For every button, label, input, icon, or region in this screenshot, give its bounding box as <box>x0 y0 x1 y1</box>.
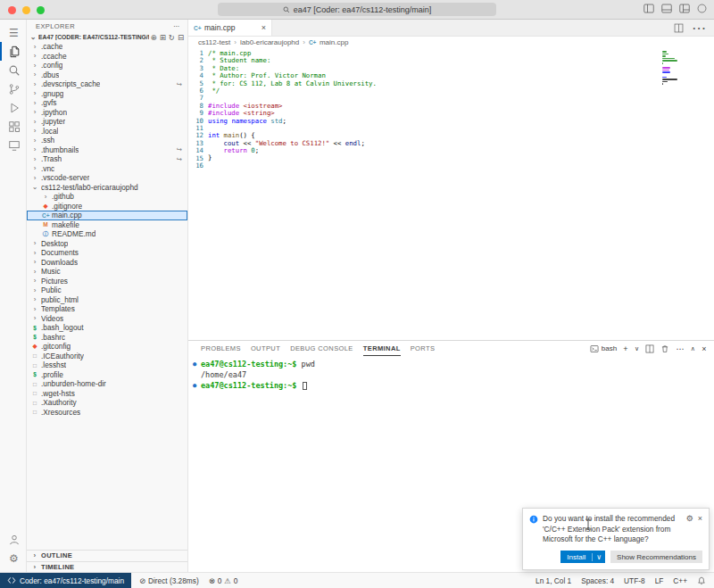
problems-status[interactable]: ⊗ 0 ⚠ 0 <box>209 576 238 585</box>
install-button[interactable]: Install ∨ <box>560 551 605 563</box>
toggle-panel-icon[interactable] <box>661 4 672 13</box>
minimap[interactable] <box>662 51 678 88</box>
panel-tab-debug-console[interactable]: DEBUG CONSOLE <box>290 341 353 356</box>
install-dropdown-icon[interactable]: ∨ <box>592 553 605 561</box>
tree-item-Templates[interactable]: ›Templates <box>27 304 187 314</box>
outline-section[interactable]: › OUTLINE <box>27 550 187 561</box>
split-editor-icon[interactable] <box>674 23 684 33</box>
customize-layout-icon[interactable] <box>679 4 690 13</box>
activity-search[interactable] <box>0 61 26 79</box>
tree-item-main.cpp[interactable]: C+main.cpp <box>27 211 187 220</box>
code-editor[interactable]: 12345678910111213141516 /* main.cpp * St… <box>188 48 714 340</box>
toggle-sidebar-icon[interactable] <box>643 4 654 13</box>
tree-item-.Xresources[interactable]: □.Xresources <box>27 408 187 418</box>
tree-item-.profile[interactable]: $.profile <box>27 370 187 380</box>
tree-item-.github[interactable]: ›.github <box>27 192 187 202</box>
tree-item-.dbus[interactable]: ›.dbus <box>27 70 187 80</box>
tree-item-.gnupg[interactable]: ›.gnupg <box>27 89 187 99</box>
panel-tab-ports[interactable]: PORTS <box>411 341 436 356</box>
tree-item-Desktop[interactable]: ›Desktop <box>27 239 187 249</box>
panel-tab-output[interactable]: OUTPUT <box>251 341 280 356</box>
editor-more-actions-icon[interactable]: ⋯ <box>692 20 706 37</box>
account-button[interactable] <box>0 530 26 549</box>
notification-settings-gear-icon[interactable]: ⚙ <box>686 514 693 523</box>
tree-item-Documents[interactable]: ›Documents <box>27 248 187 258</box>
tree-item-.Trash[interactable]: ›.Trash↪ <box>27 154 187 164</box>
tree-item-.vnc[interactable]: ›.vnc <box>27 164 187 174</box>
tree-item-Downloads[interactable]: ›Downloads <box>27 258 187 268</box>
tree-item-.thumbnails[interactable]: ›.thumbnails↪ <box>27 145 187 155</box>
split-terminal-icon[interactable] <box>645 344 654 353</box>
panel-tab-problems[interactable]: PROBLEMS <box>201 341 241 356</box>
close-tab-icon[interactable]: × <box>262 23 266 32</box>
tree-item-makefile[interactable]: Mmakefile <box>27 220 187 230</box>
activity-run-debug[interactable] <box>0 98 26 117</box>
tree-item-.ICEauthority[interactable]: □.ICEauthority <box>27 352 187 361</box>
tree-item-.jupyter[interactable]: ›.jupyter <box>27 117 187 127</box>
maximize-panel-icon[interactable]: ∧ <box>691 345 696 352</box>
activity-extensions[interactable] <box>0 117 26 136</box>
timeline-section[interactable]: › TIMELINE <box>27 561 187 573</box>
tree-item-.ssh[interactable]: ›.ssh <box>27 136 187 145</box>
terminal-dropdown-icon[interactable]: ∨ <box>635 345 640 352</box>
encoding[interactable]: UTF-8 <box>624 576 645 585</box>
zoom-window-button[interactable] <box>37 6 45 14</box>
breadcrumb-folder[interactable]: lab0-ericaraujophd <box>240 38 299 46</box>
tree-item-.gvfs[interactable]: ›.gvfs <box>27 98 187 108</box>
terminal-instance[interactable]: bash <box>590 344 617 353</box>
cursor-position[interactable]: Ln 1, Col 1 <box>536 576 571 585</box>
tree-root[interactable]: ⌄ EA47 [CODER: EA47/CS112-TESTING/MAIN] … <box>27 32 187 42</box>
network-status[interactable]: ⊘ Direct (3.28ms) <box>139 576 199 585</box>
menu-button[interactable]: ☰ <box>0 23 26 42</box>
notification-close-icon[interactable]: × <box>698 514 702 523</box>
explorer-more-icon[interactable]: ⋯ <box>173 22 180 30</box>
window-title-search[interactable]: ea47 [Coder: ea47/cs112-testing/main] <box>218 3 496 16</box>
eol-sequence[interactable]: LF <box>655 576 664 585</box>
tree-item-.ccache[interactable]: ›.ccache <box>27 52 187 62</box>
activity-remote-explorer[interactable] <box>0 136 26 154</box>
tree-item-.ipython[interactable]: ›.ipython <box>27 108 187 118</box>
tree-item-.Xauthority[interactable]: □.Xauthority <box>27 398 187 408</box>
tree-item-.bashrc[interactable]: $.bashrc <box>27 333 187 343</box>
new-folder-icon[interactable]: ⊞ <box>160 33 166 42</box>
tree-item-.devscripts_cache[interactable]: ›.devscripts_cache↪ <box>27 79 187 89</box>
tree-item-.local[interactable]: ›.local <box>27 127 187 137</box>
activity-source-control[interactable] <box>0 79 26 98</box>
tree-item-.wget-hsts[interactable]: □.wget-hsts <box>27 389 187 399</box>
panel-tab-terminal[interactable]: TERMINAL <box>363 341 401 356</box>
kill-terminal-icon[interactable] <box>660 344 669 353</box>
collapse-all-icon[interactable]: ⊟ <box>178 33 184 42</box>
tree-item-.vscode-server[interactable]: ›.vscode-server <box>27 173 187 183</box>
breadcrumb-file[interactable]: main.cpp <box>320 38 348 46</box>
refresh-icon[interactable]: ↻ <box>169 33 175 42</box>
show-recommendations-button[interactable]: Show Recommendations <box>610 551 702 563</box>
tree-item-public_html[interactable]: ›public_html <box>27 295 187 305</box>
tree-item-.unburden-home-dir[interactable]: □.unburden-home-dir <box>27 379 187 389</box>
tree-item-Music[interactable]: ›Music <box>27 267 187 277</box>
tree-item-.cache[interactable]: ›.cache <box>27 42 187 52</box>
tree-item-.config[interactable]: ›.config <box>27 61 187 70</box>
close-panel-icon[interactable]: × <box>702 344 707 353</box>
panel-more-actions-icon[interactable]: ⋯ <box>676 344 684 353</box>
settings-button[interactable]: ⚙ <box>0 549 26 567</box>
tree-item-.gitconfig[interactable]: ◆.gitconfig <box>27 342 187 352</box>
close-window-button[interactable] <box>8 6 16 14</box>
tree-item-cs112-test/lab0-ericaraujophd[interactable]: ⌄cs112-test/lab0-ericaraujophd <box>27 183 187 193</box>
language-mode[interactable]: C++ <box>673 576 687 585</box>
tree-item-.lesshst[interactable]: □.lesshst <box>27 360 187 370</box>
account-circle-icon[interactable] <box>697 4 707 13</box>
remote-indicator[interactable]: Coder: ea47/cs112-testing/main <box>0 573 131 588</box>
tree-item-README.md[interactable]: ⓘREADME.md <box>27 229 187 239</box>
tree-item-.bash_logout[interactable]: $.bash_logout <box>27 323 187 333</box>
tree-item-Pictures[interactable]: ›Pictures <box>27 277 187 286</box>
tree-item-Public[interactable]: ›Public <box>27 286 187 295</box>
notifications-bell-icon[interactable] <box>697 576 706 585</box>
activity-explorer[interactable] <box>0 42 26 61</box>
minimize-window-button[interactable] <box>22 6 30 14</box>
tab-main-cpp[interactable]: C+ main.cpp × <box>188 20 272 36</box>
tree-item-.gitignore[interactable]: ◆.gitignore <box>27 202 187 211</box>
breadcrumb-folder[interactable]: cs112-test <box>198 38 230 46</box>
tree-item-Videos[interactable]: ›Videos <box>27 314 187 324</box>
new-terminal-icon[interactable]: + <box>623 344 628 353</box>
new-file-icon[interactable]: ⊕ <box>151 33 157 42</box>
